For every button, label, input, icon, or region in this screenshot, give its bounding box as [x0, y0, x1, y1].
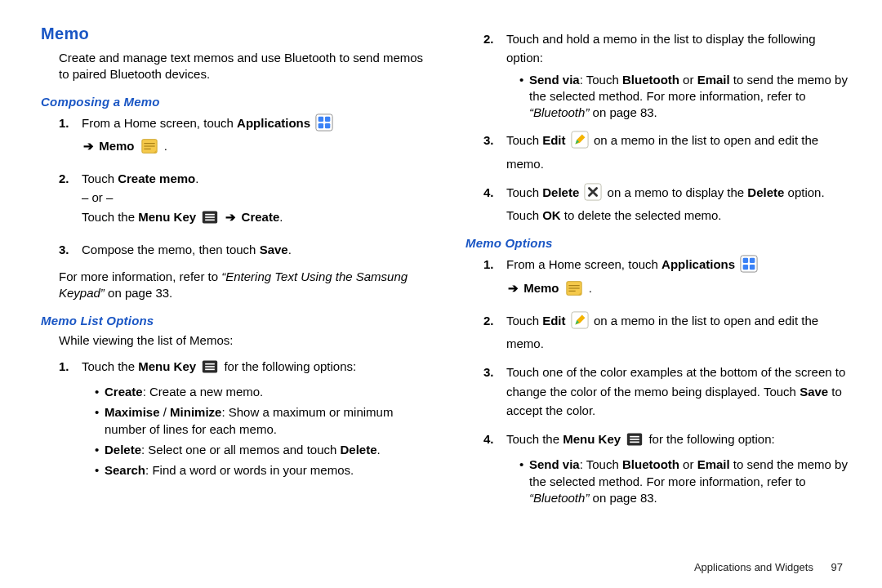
step: 3. Touch Edit on a memo in the list to o…	[483, 131, 849, 173]
bullet: Maximise / Minimize: Show a maximum or m…	[95, 404, 425, 438]
bullet: Create: Create a new memo.	[95, 384, 425, 400]
intro-text: Create and manage text memos and use Blu…	[41, 50, 425, 83]
step: 3. Touch one of the color examples at th…	[483, 363, 849, 420]
step: 2. Touch Create memo. – or – Touch the M…	[59, 169, 425, 230]
heading-memo-options: Memo Options	[466, 236, 849, 250]
footer-section: Applications and Widgets	[694, 561, 813, 573]
more-info: For more information, refer to “Entering…	[41, 269, 425, 302]
applications-icon	[315, 114, 333, 136]
step: 3. Compose the memo, then touch Save.	[59, 240, 425, 259]
memo-icon	[140, 138, 159, 159]
page-number: 97	[831, 561, 843, 573]
menu-key-icon	[201, 209, 219, 230]
menu-key-icon	[626, 431, 644, 452]
bullet: Delete: Select one or all memos and touc…	[95, 442, 425, 458]
bullet: Search: Find a word or words in your mem…	[95, 462, 425, 479]
page-title: Memo	[41, 24, 425, 43]
list-intro: While viewing the list of Memos:	[41, 332, 425, 349]
step: 2. Touch Edit on a memo in the list to o…	[483, 311, 849, 354]
step: 4. Touch the Menu Key for the following …	[483, 430, 849, 506]
left-column: Memo Create and manage text memos and us…	[41, 24, 425, 516]
step: 4. Touch Delete on a memo to display the…	[483, 183, 849, 225]
heading-list-options: Memo List Options	[41, 314, 425, 327]
bullet: Send via: Touch Bluetooth or Email to se…	[519, 457, 849, 506]
step: 1. Touch the Menu Key for the following …	[59, 357, 425, 479]
menu-key-icon	[201, 359, 219, 380]
edit-icon	[571, 131, 589, 154]
edit-icon	[571, 311, 589, 334]
step: 2. Touch and hold a memo in the list to …	[483, 29, 849, 121]
step: 1. From a Home screen, touch Application…	[483, 255, 849, 301]
page-footer: Applications and Widgets 97	[694, 561, 843, 573]
right-column: 2. Touch and hold a memo in the list to …	[466, 24, 849, 516]
step: 1. From a Home screen, touch Application…	[59, 114, 425, 160]
heading-composing: Composing a Memo	[41, 95, 425, 109]
bullet: Send via: Touch Bluetooth or Email to se…	[519, 72, 849, 122]
delete-icon	[584, 183, 602, 206]
memo-icon	[564, 280, 584, 301]
applications-icon	[740, 255, 758, 278]
